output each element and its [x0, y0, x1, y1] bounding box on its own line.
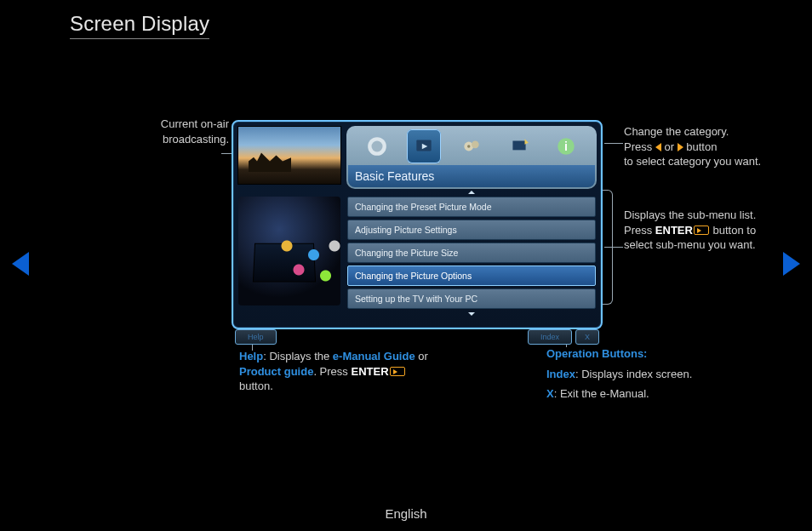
submenu-item[interactable]: Adjusting Picture Settings — [347, 220, 596, 240]
close-button[interactable]: X — [575, 329, 599, 345]
sound-icon[interactable] — [407, 129, 441, 163]
page-nav-prev[interactable] — [12, 252, 29, 276]
callout-op-title: Operation Buttons: — [546, 346, 742, 362]
callout-line: Change the category. — [624, 124, 773, 140]
svg-point-1 — [371, 141, 382, 152]
svg-rect-7 — [512, 141, 525, 151]
bracket — [601, 190, 613, 305]
callout-submenu: Displays the sub-menu list. Press ENTER … — [624, 208, 779, 253]
category-strip: i Basic Features — [346, 126, 597, 189]
svg-text:i: i — [564, 140, 568, 153]
emanual-panel: i Basic Features Changing the Preset Pic… — [232, 120, 603, 329]
enter-icon — [390, 367, 405, 376]
submenu-list: Changing the Preset Picture ModeAdjustin… — [347, 197, 596, 309]
callout-line: Press ENTER button to select sub-menu yo… — [624, 223, 779, 253]
submenu-item[interactable]: Changing the Preset Picture Mode — [347, 197, 596, 217]
callout-help: Help: Displays the e-Manual Guide or Pro… — [239, 349, 435, 394]
leader-line — [604, 143, 623, 144]
callout-line: X: Exit the e-Manual. — [546, 386, 742, 402]
callout-category: Change the category. Press or button to … — [624, 124, 773, 169]
scroll-up-icon — [468, 191, 475, 194]
callout-line: Index: Displays index screen. — [546, 367, 742, 382]
enter-icon — [694, 226, 709, 235]
network-icon[interactable] — [502, 129, 536, 163]
language-label: English — [0, 506, 812, 521]
triangle-right-icon — [678, 143, 683, 151]
index-button[interactable]: Index — [528, 329, 572, 345]
callout-line: Displays the sub-menu list. — [624, 208, 779, 223]
callout-operation-buttons: Operation Buttons: Index: Displays index… — [546, 346, 742, 402]
callout-line: to select category you want. — [624, 154, 773, 169]
submenu-item[interactable]: Changing the Picture Size — [347, 243, 596, 263]
submenu-item[interactable]: Setting up the TV with Your PC — [347, 288, 596, 309]
submenu-item[interactable]: Changing the Picture Options — [347, 266, 596, 286]
help-button[interactable]: Help — [235, 329, 277, 345]
settings-icon[interactable] — [455, 129, 489, 163]
triangle-left-icon — [655, 143, 661, 151]
broadcast-thumbnail — [237, 126, 341, 185]
svg-marker-8 — [524, 139, 528, 145]
picture-icon[interactable] — [360, 129, 394, 163]
callout-line: Press or button — [624, 140, 773, 155]
page-title: Screen Display — [70, 12, 209, 39]
callout-broadcast: Current on-air broadcasting. — [127, 117, 229, 146]
feature-illustration — [238, 197, 340, 305]
svg-point-5 — [472, 141, 479, 149]
svg-point-6 — [467, 145, 470, 147]
category-title: Basic Features — [348, 165, 595, 187]
info-icon[interactable]: i — [549, 129, 583, 163]
page-nav-next[interactable] — [783, 252, 800, 276]
scroll-down-icon — [468, 312, 475, 316]
